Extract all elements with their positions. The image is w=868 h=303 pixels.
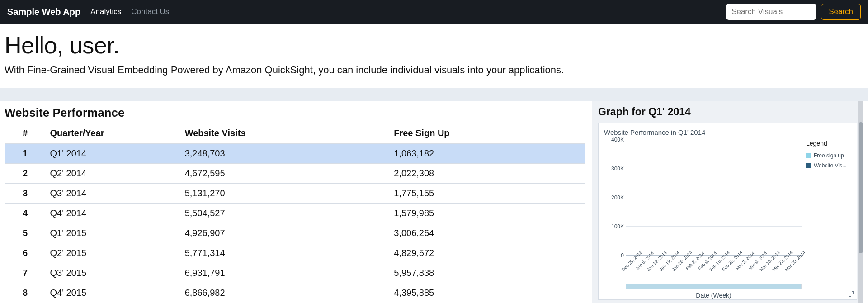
nav-left: Sample Web App Analytics Contact Us [7, 7, 169, 17]
col-visits: Website Visits [181, 123, 391, 143]
cell-signup: 1,775,155 [390, 184, 585, 204]
nav-link-analytics[interactable]: Analytics [90, 7, 121, 16]
y-tick-label: 100K [611, 223, 624, 230]
cell-quarter: Q4' 2015 [47, 283, 181, 303]
cell-signup: 1,063,182 [390, 143, 585, 164]
cell-visits: 5,771,314 [181, 243, 391, 263]
cell-quarter: Q2' 2015 [47, 243, 181, 263]
table-row[interactable]: 4Q4' 20145,504,5271,579,985 [5, 204, 585, 223]
cell-quarter: Q1' 2015 [47, 223, 181, 243]
divider-band [0, 88, 868, 101]
cell-visits: 4,926,907 [181, 223, 391, 243]
nav-right: Search [726, 4, 861, 20]
legend-label: Website Vis... [814, 162, 847, 169]
cell-visits: 3,248,703 [181, 143, 391, 164]
cell-quarter: Q3' 2014 [47, 184, 181, 204]
grid-line [626, 140, 802, 140]
x-axis: Dec 29, 2013Jan 5, 2014Jan 12, 2014Jan 1… [626, 256, 802, 281]
y-axis: 0100K200K300K400K [604, 140, 626, 256]
legend-item-website-visits[interactable]: Website Vis... [806, 162, 851, 169]
performance-table: # Quarter/Year Website Visits Free Sign … [5, 123, 585, 303]
content: Website Performance # Quarter/Year Websi… [0, 101, 868, 303]
chart-card: Website Performance in Q1' 2014 0100K200… [598, 123, 857, 300]
x-axis-label: Date (Week) [626, 292, 802, 299]
cell-visits: 5,504,527 [181, 204, 391, 223]
y-tick-label: 0 [621, 252, 624, 259]
legend-item-free-sign-up[interactable]: Free sign up [806, 152, 851, 159]
chart-x-scrollbar[interactable] [626, 284, 802, 289]
grid-line [626, 226, 802, 227]
brand[interactable]: Sample Web App [7, 7, 80, 17]
cell-visits: 4,672,595 [181, 164, 391, 184]
cell-n: 3 [5, 184, 47, 204]
y-tick-label: 200K [611, 194, 624, 201]
cell-quarter: Q1' 2014 [47, 143, 181, 164]
table-header-row: # Quarter/Year Website Visits Free Sign … [5, 123, 585, 143]
cell-signup: 2,022,308 [390, 164, 585, 184]
navbar: Sample Web App Analytics Contact Us Sear… [0, 0, 868, 24]
cell-quarter: Q4' 2014 [47, 204, 181, 223]
nav-link-contact-us[interactable]: Contact Us [131, 7, 169, 16]
table-row[interactable]: 6Q2' 20155,771,3144,829,572 [5, 243, 585, 263]
cell-n: 6 [5, 243, 47, 263]
col-signup: Free Sign Up [390, 123, 585, 143]
table-row[interactable]: 5Q1' 20154,926,9073,006,264 [5, 223, 585, 243]
legend: Legend Free sign up Website Vis... [802, 140, 851, 256]
panel-scrollbar[interactable] [858, 101, 863, 303]
cell-quarter: Q3' 2015 [47, 263, 181, 283]
chart-title: Website Performance in Q1' 2014 [604, 128, 851, 136]
x-tick: Mar 30, 2014 [789, 256, 802, 281]
table-title: Website Performance [5, 106, 585, 120]
page-subtitle: With Fine-Grained Visual Embedding Power… [5, 64, 863, 76]
y-tick-label: 400K [611, 137, 624, 143]
cell-n: 8 [5, 283, 47, 303]
y-tick-label: 300K [611, 166, 624, 172]
cell-visits: 6,866,982 [181, 283, 391, 303]
cell-signup: 3,006,264 [390, 223, 585, 243]
cell-visits: 5,131,270 [181, 184, 391, 204]
col-number: # [5, 123, 47, 143]
table-row[interactable]: 3Q3' 20145,131,2701,775,155 [5, 184, 585, 204]
graph-panel-title: Graph for Q1' 2014 [598, 106, 857, 118]
grid-line [626, 198, 802, 198]
table-row[interactable]: 1Q1' 20143,248,7031,063,182 [5, 143, 585, 164]
cell-n: 7 [5, 263, 47, 283]
page-title: Hello, user. [5, 32, 863, 59]
swatch-website-visits [806, 163, 811, 168]
chart-body: 0100K200K300K400K Legend Free sign up We… [604, 140, 851, 256]
cell-signup: 4,829,572 [390, 243, 585, 263]
cell-quarter: Q2' 2014 [47, 164, 181, 184]
cell-signup: 5,957,838 [390, 263, 585, 283]
cell-visits: 6,931,791 [181, 263, 391, 283]
search-button[interactable]: Search [821, 4, 861, 20]
swatch-free-sign-up [806, 153, 811, 158]
col-quarter: Quarter/Year [47, 123, 181, 143]
plot-wrap: 0100K200K300K400K [604, 140, 802, 256]
legend-title: Legend [806, 140, 851, 147]
legend-label: Free sign up [814, 152, 844, 159]
graph-panel: Graph for Q1' 2014 Website Performance i… [592, 101, 863, 303]
table-row[interactable]: 2Q2' 20144,672,5952,022,308 [5, 164, 585, 184]
search-input[interactable] [726, 4, 816, 20]
cell-n: 4 [5, 204, 47, 223]
hero: Hello, user. With Fine-Grained Visual Em… [0, 24, 868, 88]
cell-signup: 4,395,885 [390, 283, 585, 303]
table-row[interactable]: 7Q3' 20156,931,7915,957,838 [5, 263, 585, 283]
table-row[interactable]: 8Q4' 20156,866,9824,395,885 [5, 283, 585, 303]
panel-scrollbar-thumb[interactable] [859, 122, 863, 253]
cell-n: 2 [5, 164, 47, 184]
cell-n: 1 [5, 143, 47, 164]
table-panel: Website Performance # Quarter/Year Websi… [5, 101, 585, 303]
chart-x-scrollbar-thumb[interactable] [626, 284, 801, 289]
cell-n: 5 [5, 223, 47, 243]
plot-area [626, 140, 802, 256]
expand-icon[interactable] [848, 290, 855, 298]
cell-signup: 1,579,985 [390, 204, 585, 223]
grid-line [626, 169, 802, 169]
